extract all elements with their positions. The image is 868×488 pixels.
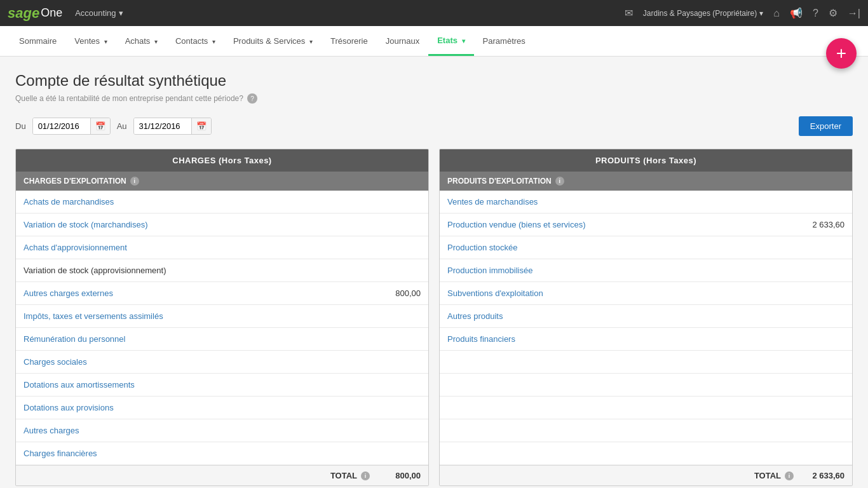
- produits-section-info-icon[interactable]: i: [555, 177, 564, 186]
- home-icon[interactable]: ⌂: [773, 8, 780, 19]
- export-button[interactable]: Exporter: [799, 116, 853, 136]
- nav-journaux[interactable]: Journaux: [377, 27, 428, 55]
- row-label[interactable]: Charges financières: [24, 449, 97, 458]
- date-filter-row: Du 📅 Au 📅 Exporter: [15, 116, 853, 136]
- row-label[interactable]: Dotations aux provisions: [24, 403, 114, 412]
- charges-header: CHARGES (Hors Taxes): [16, 149, 428, 172]
- row-label[interactable]: Production stockée: [447, 243, 518, 252]
- produits-section-title: PRODUITS D'EXPLOITATION: [447, 177, 552, 186]
- accounting-menu[interactable]: Accounting ▾: [75, 8, 123, 18]
- row-label[interactable]: Dotations aux amortissements: [24, 380, 135, 390]
- charges-footer: TOTAL i 800,00: [16, 465, 428, 485]
- to-label: Au: [117, 121, 127, 131]
- table-row: Charges financières: [16, 442, 428, 465]
- accounting-dropdown-arrow: ▾: [119, 8, 123, 18]
- page-title: Compte de résultat synthétique: [15, 72, 853, 90]
- row-value: 2 633,60: [812, 220, 844, 229]
- nav-contacts[interactable]: Contacts ▾: [166, 27, 224, 55]
- row-label[interactable]: Autres produits: [447, 311, 503, 321]
- table-row-spacer: [440, 374, 852, 396]
- row-label: Variation de stock (approvisionnement): [24, 266, 166, 275]
- settings-icon[interactable]: ⚙: [829, 7, 837, 19]
- produits-footer: TOTAL i 2 633,60: [440, 465, 852, 485]
- nav-ventes[interactable]: Ventes ▾: [65, 27, 116, 55]
- etats-arrow: ▾: [462, 37, 465, 44]
- subtitle-help-icon[interactable]: ?: [247, 93, 257, 104]
- table-row: Dotations aux provisions: [16, 396, 428, 419]
- produits-total-info-icon[interactable]: i: [785, 471, 794, 480]
- topbar-left: sage One Accounting ▾: [8, 5, 123, 22]
- topbar-right: ✉ Jardins & Paysages (Propriétaire) ▾ ⌂ …: [625, 7, 860, 19]
- row-label[interactable]: Charges sociales: [24, 357, 87, 367]
- table-row: Autres charges: [16, 419, 428, 442]
- table-row-spacer: [440, 396, 852, 419]
- page-subtitle: Quelle a été la rentabilité de mon entre…: [15, 93, 853, 104]
- help-icon[interactable]: ?: [813, 8, 818, 19]
- table-row: Achats d'approvisionnement: [16, 236, 428, 259]
- row-label[interactable]: Achats d'approvisionnement: [24, 243, 127, 252]
- charges-section-info-icon[interactable]: i: [130, 177, 139, 186]
- company-name-label: Jardins & Paysages (Propriétaire): [643, 9, 757, 18]
- row-label[interactable]: Autres charges externes: [24, 288, 113, 298]
- nav-sommaire[interactable]: Sommaire: [10, 27, 65, 55]
- row-label[interactable]: Variation de stock (marchandises): [24, 220, 148, 229]
- row-label[interactable]: Ventes de marchandises: [447, 197, 538, 207]
- charges-total-label: TOTAL i: [330, 471, 370, 480]
- row-label[interactable]: Autres charges: [24, 426, 79, 435]
- charges-table: CHARGES (Hors Taxes) CHARGES D'EXPLOITAT…: [15, 149, 429, 486]
- sage-logo[interactable]: sage One: [8, 5, 62, 22]
- produits-arrow: ▾: [309, 38, 313, 45]
- row-label[interactable]: Achats de marchandises: [24, 197, 114, 207]
- one-brand-text: One: [41, 6, 62, 20]
- table-row-spacer: [440, 442, 852, 465]
- row-label[interactable]: Subventions d'exploitation: [447, 288, 543, 298]
- row-label[interactable]: Impôts, taxes et versements assimilés: [24, 311, 163, 321]
- table-row: Produits financiers: [440, 328, 852, 351]
- table-row: Production stockée: [440, 236, 852, 259]
- nav-etats[interactable]: Etats ▾: [428, 27, 473, 56]
- company-selector[interactable]: Jardins & Paysages (Propriétaire) ▾: [643, 9, 763, 18]
- nav-achats[interactable]: Achats ▾: [116, 27, 166, 55]
- company-dropdown-arrow: ▾: [759, 9, 763, 18]
- charges-total-info-icon[interactable]: i: [361, 471, 370, 480]
- contacts-arrow: ▾: [212, 38, 215, 45]
- from-date-wrapper: 📅: [32, 118, 111, 135]
- achats-arrow: ▾: [154, 38, 158, 45]
- mail-icon[interactable]: ✉: [625, 7, 633, 19]
- from-calendar-icon[interactable]: 📅: [90, 118, 110, 134]
- fab-add-button[interactable]: +: [826, 38, 857, 69]
- charges-total-text: TOTAL: [330, 471, 357, 480]
- charges-section-title: CHARGES D'EXPLOITATION: [24, 177, 126, 186]
- nav-parametres[interactable]: Paramètres: [474, 27, 534, 55]
- notification-icon[interactable]: 📢: [790, 7, 803, 19]
- produits-total-value: 2 633,60: [800, 471, 844, 480]
- produits-header: PRODUITS (Hors Taxes): [440, 149, 852, 172]
- row-label[interactable]: Production immobilisée: [447, 266, 532, 275]
- table-row: Achats de marchandises: [16, 191, 428, 214]
- main-navigation: Sommaire Ventes ▾ Achats ▾ Contacts ▾ Pr…: [0, 26, 868, 57]
- table-row-spacer: [440, 351, 852, 374]
- nav-produits-services[interactable]: Produits & Services ▾: [224, 27, 322, 55]
- to-calendar-icon[interactable]: 📅: [191, 118, 211, 134]
- table-row-spacer: [440, 419, 852, 442]
- from-date-input[interactable]: [33, 118, 90, 134]
- row-label[interactable]: Produits financiers: [447, 334, 515, 344]
- table-row: Production immobilisée: [440, 259, 852, 282]
- charges-total-value: 800,00: [376, 471, 421, 480]
- sage-brand-text: sage: [8, 5, 39, 22]
- table-row: Ventes de marchandises: [440, 191, 852, 214]
- table-row: Variation de stock (approvisionnement): [16, 259, 428, 282]
- ventes-arrow: ▾: [104, 38, 107, 45]
- nav-tresorerie[interactable]: Trésorerie: [322, 27, 377, 55]
- accounting-label: Accounting: [75, 8, 116, 18]
- table-row: Variation de stock (marchandises): [16, 214, 428, 236]
- row-value: 800,00: [395, 288, 421, 298]
- produits-section-header: PRODUITS D'EXPLOITATION i: [440, 172, 852, 191]
- logout-icon[interactable]: →|: [848, 8, 860, 19]
- table-row: Charges sociales: [16, 351, 428, 374]
- to-date-input[interactable]: [134, 118, 191, 134]
- tables-container: CHARGES (Hors Taxes) CHARGES D'EXPLOITAT…: [15, 149, 853, 486]
- subtitle-text: Quelle a été la rentabilité de mon entre…: [15, 94, 243, 103]
- row-label[interactable]: Rémunération du personnel: [24, 334, 125, 344]
- row-label[interactable]: Production vendue (biens et services): [447, 220, 586, 229]
